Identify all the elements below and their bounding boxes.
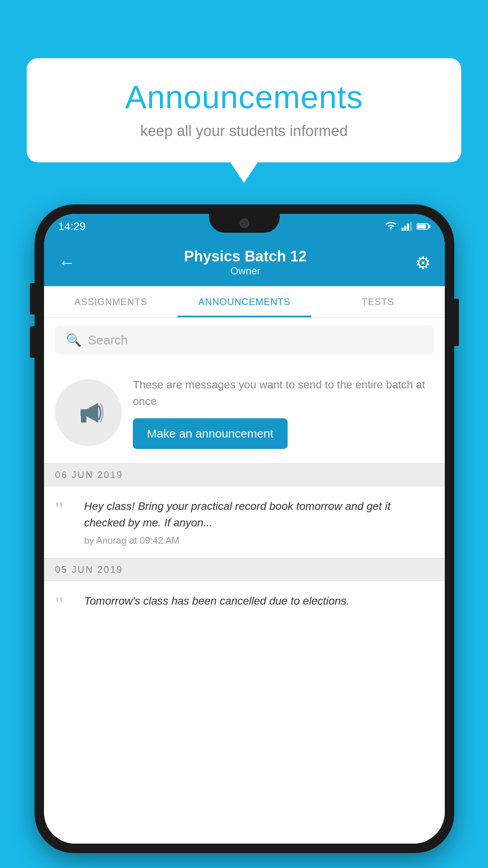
announcement-text-1: Hey class! Bring your practical record b… [84,498,434,531]
phone-screen: 14:29 [44,214,445,844]
tab-assignments[interactable]: ASSIGNMENTS [44,286,178,317]
svg-rect-3 [410,222,412,231]
status-icons [385,222,431,231]
search-container: 🔍 Search [44,318,445,362]
bubble-subtitle: keep all your students informed [50,123,438,140]
wifi-icon [385,222,397,231]
search-icon: 🔍 [66,333,82,348]
signal-icon [402,222,412,231]
date-divider-1: 06 JUN 2019 [44,463,445,486]
battery-icon [416,223,431,230]
quote-icon-1: " [55,500,75,520]
svg-rect-6 [417,224,426,228]
app-header: ← Physics Batch 12 Owner ⚙ [44,239,445,286]
status-time: 14:29 [58,220,86,233]
app-content: 🔍 Search These are messages you want [44,318,445,844]
batch-title: Physics Batch 12 [184,248,307,265]
owner-label: Owner [184,265,307,277]
promo-right: These are messages you want to send to t… [133,377,434,449]
tabs-bar: ASSIGNMENTS ANNOUNCEMENTS TESTS [44,286,445,318]
announcement-content-2: Tomorrow's class has been cancelled due … [84,593,434,613]
back-button[interactable]: ← [58,254,75,271]
volume-up-button [30,283,35,314]
front-camera [240,219,249,228]
promo-description: These are messages you want to send to t… [133,377,434,410]
volume-down-button [30,326,35,358]
announcement-item-1[interactable]: " Hey class! Bring your practical record… [44,486,445,558]
quote-icon-2: " [55,594,75,615]
announcement-author-1: by Anurag at 09:42 AM [84,535,434,546]
announcement-content-1: Hey class! Bring your practical record b… [84,498,434,546]
phone-notch [209,214,280,233]
speech-bubble: Announcements keep all your students inf… [27,58,461,162]
tab-announcements[interactable]: ANNOUNCEMENTS [178,286,311,317]
bubble-title: Announcements [50,79,438,116]
promo-icon-circle [55,379,122,446]
date-divider-2: 05 JUN 2019 [44,558,445,581]
header-center: Physics Batch 12 Owner [184,248,307,277]
power-button [454,299,459,346]
svg-rect-5 [429,225,430,228]
settings-icon[interactable]: ⚙ [415,253,431,273]
svg-rect-0 [402,228,404,231]
make-announcement-button[interactable]: Make an announcement [133,418,288,449]
announcement-text-2: Tomorrow's class has been cancelled due … [84,593,434,609]
svg-rect-2 [407,224,409,231]
tab-tests[interactable]: TESTS [311,286,445,317]
status-bar: 14:29 [44,214,445,239]
search-placeholder: Search [88,333,128,348]
svg-rect-1 [404,226,406,231]
announcement-promo: These are messages you want to send to t… [44,362,445,463]
announcement-item-2[interactable]: " Tomorrow's class has been cancelled du… [44,581,445,627]
megaphone-icon [71,395,106,430]
search-bar[interactable]: 🔍 Search [55,326,434,355]
svg-rect-7 [81,416,86,423]
phone-device: 14:29 [35,204,454,853]
